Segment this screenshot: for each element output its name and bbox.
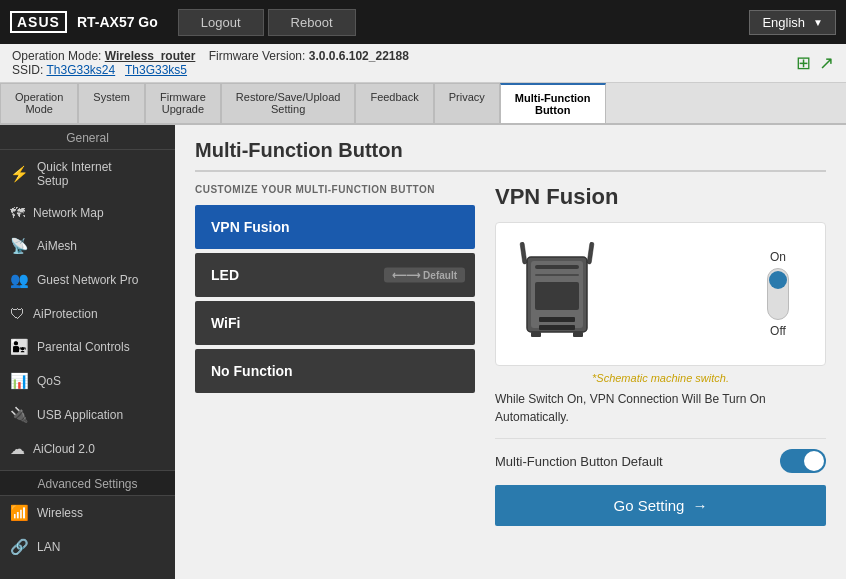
default-row: Multi-Function Button Default [495,438,826,473]
sidebar-label-usb: USB Application [37,408,123,422]
content-area: Multi-Function Button CUSTOMIZE YOUR MUL… [175,125,846,579]
sidebar-label-lan: LAN [37,540,60,554]
main-layout: General ⚡ Quick InternetSetup 🗺 Network … [0,125,846,579]
sidebar-label-quick-internet: Quick InternetSetup [37,160,112,188]
switch-on-label: On [770,250,786,264]
svg-rect-6 [535,282,579,310]
sidebar-label-aicloud: AiCloud 2.0 [33,442,95,456]
tab-feedback[interactable]: Feedback [355,83,433,123]
default-label: Multi-Function Button Default [495,454,663,469]
right-panel-title: VPN Fusion [495,184,826,210]
mode-value: Wireless_router [105,49,196,63]
share-icon[interactable]: ↗ [819,52,834,74]
sidebar-item-qos[interactable]: 📊 QoS [0,364,175,398]
sidebar-label-parental: Parental Controls [37,340,130,354]
ssid2-link[interactable]: Th3G33ks5 [125,63,187,77]
quick-internet-icon: ⚡ [10,165,29,183]
wireless-icon: 📶 [10,504,29,522]
svg-rect-8 [539,325,575,330]
tab-multi-function[interactable]: Multi-FunctionButton [500,83,606,123]
svg-rect-4 [587,242,594,264]
tab-bar: OperationMode System FirmwareUpgrade Res… [0,83,846,125]
option-vpn-fusion[interactable]: VPN Fusion [195,205,475,249]
option-no-function[interactable]: No Function [195,349,475,393]
firmware-value: 3.0.0.6.102_22188 [309,49,409,63]
reboot-button[interactable]: Reboot [268,9,356,36]
default-badge: ⟵⟶ Default [384,268,465,283]
chevron-down-icon: ▼ [813,17,823,28]
option-wifi[interactable]: WiFi [195,301,475,345]
logo: ASUS RT-AX57 Go [10,11,158,33]
sidebar-advanced-title: Advanced Settings [0,470,175,496]
option-led[interactable]: LED ⟵⟶ Default [195,253,475,297]
sidebar-item-lan[interactable]: 🔗 LAN [0,530,175,564]
aicloud-icon: ☁ [10,440,25,458]
firmware-label: Firmware Version: [209,49,306,63]
tab-operation-mode[interactable]: OperationMode [0,83,78,123]
svg-rect-9 [531,332,541,337]
go-setting-arrow-icon: → [692,497,707,514]
tab-firmware-upgrade[interactable]: FirmwareUpgrade [145,83,221,123]
header-nav: Logout Reboot [178,9,356,36]
info-text: Operation Mode: Wireless_router Firmware… [12,49,409,77]
option-wifi-label: WiFi [211,315,240,331]
sidebar-label-aimesh: AiMesh [37,239,77,253]
sidebar-label-qos: QoS [37,374,61,388]
schematic-note: *Schematic machine switch. [495,372,826,384]
go-setting-label: Go Setting [614,497,685,514]
logout-button[interactable]: Logout [178,9,264,36]
horizontal-toggle[interactable] [780,449,826,473]
router-visual [512,239,602,349]
sidebar-item-parental[interactable]: 👨‍👧 Parental Controls [0,330,175,364]
header: ASUS RT-AX57 Go Logout Reboot English ▼ [0,0,846,44]
info-bar: Operation Mode: Wireless_router Firmware… [0,44,846,83]
mfb-right-panel: VPN Fusion [475,184,826,526]
svg-rect-5 [535,274,579,276]
tab-system[interactable]: System [78,83,145,123]
language-value: English [762,15,805,30]
option-no-function-label: No Function [211,363,293,379]
asus-logo: ASUS [10,11,67,33]
sidebar-label-network-map: Network Map [33,206,104,220]
svg-rect-7 [539,317,575,322]
page-title: Multi-Function Button [195,139,826,172]
sidebar-item-wireless[interactable]: 📶 Wireless [0,496,175,530]
sidebar-item-network-map[interactable]: 🗺 Network Map [0,196,175,229]
ssid1-link[interactable]: Th3G33ks24 [46,63,115,77]
option-vpn-label: VPN Fusion [211,219,290,235]
svg-rect-10 [573,332,583,337]
sidebar-item-usb[interactable]: 🔌 USB Application [0,398,175,432]
parental-icon: 👨‍👧 [10,338,29,356]
qos-icon: 📊 [10,372,29,390]
sidebar-label-guest-network: Guest Network Pro [37,273,138,287]
tab-privacy[interactable]: Privacy [434,83,500,123]
sidebar-item-aiprotection[interactable]: 🛡 AiProtection [0,297,175,330]
guest-network-icon: 👥 [10,271,29,289]
language-selector[interactable]: English ▼ [749,10,836,35]
vpn-description: While Switch On, VPN Connection Will Be … [495,390,826,426]
vertical-toggle[interactable] [767,268,789,320]
aimesh-icon: 📡 [10,237,29,255]
router-model: RT-AX57 Go [77,14,158,30]
ssid-label: SSID: [12,63,43,77]
sidebar-label-wireless: Wireless [37,506,83,520]
switch-visual-box: On Off [495,222,826,366]
sidebar-general-title: General [0,125,175,150]
toggle-knob [769,271,787,289]
sidebar-item-aimesh[interactable]: 📡 AiMesh [0,229,175,263]
sidebar-label-aiprotection: AiProtection [33,307,98,321]
info-icons: ⊞ ↗ [796,52,834,74]
go-setting-button[interactable]: Go Setting → [495,485,826,526]
sidebar-item-aicloud[interactable]: ☁ AiCloud 2.0 [0,432,175,466]
sidebar-item-quick-internet[interactable]: ⚡ Quick InternetSetup [0,152,175,196]
network-icon[interactable]: ⊞ [796,52,811,74]
network-map-icon: 🗺 [10,204,25,221]
option-led-label: LED [211,267,239,283]
aiprotection-icon: 🛡 [10,305,25,322]
lan-icon: 🔗 [10,538,29,556]
router-svg [517,242,597,347]
mfb-left-panel: CUSTOMIZE YOUR MULTI-FUNCTION BUTTON VPN… [195,184,475,526]
tab-restore-save[interactable]: Restore/Save/UploadSetting [221,83,356,123]
sidebar-item-guest-network[interactable]: 👥 Guest Network Pro [0,263,175,297]
mode-label: Operation Mode: [12,49,101,63]
